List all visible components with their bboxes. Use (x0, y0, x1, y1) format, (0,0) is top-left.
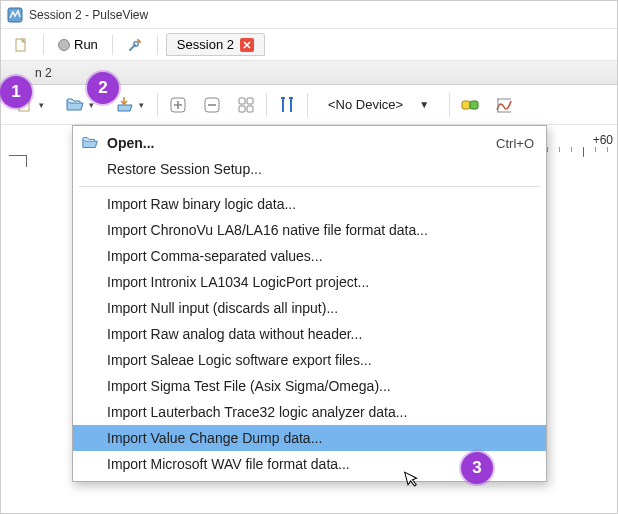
zoom-fit-icon (236, 95, 256, 115)
menu-item[interactable]: Import Sigma Test File (Asix Sigma/Omega… (73, 373, 546, 399)
svg-rect-7 (247, 98, 253, 104)
math-button[interactable] (490, 91, 518, 119)
zoom-in-icon (168, 95, 188, 115)
menu-item[interactable]: Import Null input (discards all input)..… (73, 295, 546, 321)
channel-rail (1, 155, 41, 173)
menu-item[interactable]: Import Lauterbach Trace32 logic analyzer… (73, 399, 546, 425)
menu-item-label: Import Lauterbach Trace32 logic analyzer… (103, 404, 534, 420)
canvas-area[interactable]: ms +60 Open...Ctrl+ORestore Session Setu… (1, 125, 617, 513)
separator (112, 35, 113, 55)
menu-item-label: Open... (103, 135, 496, 151)
menu-item[interactable]: Restore Session Setup... (73, 156, 546, 182)
annotation-badge-2: 2 (87, 72, 119, 104)
menu-item-label: Import Sigma Test File (Asix Sigma/Omega… (103, 378, 534, 394)
menu-item[interactable]: Open...Ctrl+O (73, 130, 546, 156)
ruler-right-label: +60 (593, 133, 613, 147)
menu-item-label: Restore Session Setup... (103, 161, 534, 177)
menu-item-label: Import Null input (discards all input)..… (103, 300, 534, 316)
separator (449, 93, 450, 117)
menu-item-label: Import ChronoVu LA8/LA16 native file for… (103, 222, 534, 238)
device-label: <No Device> (328, 97, 403, 112)
menu-item-label: Import Raw binary logic data... (103, 196, 534, 212)
svg-rect-9 (247, 106, 253, 112)
menu-item-label: Import Raw analog data without header... (103, 326, 534, 342)
zoom-out-button[interactable] (198, 91, 226, 119)
close-tab-button[interactable] (240, 38, 254, 52)
run-label: Run (74, 37, 98, 52)
separator (43, 35, 44, 55)
cursors-icon (277, 95, 297, 115)
window-title: Session 2 - PulseView (29, 8, 148, 22)
close-icon (243, 41, 251, 49)
tab-label: Session 2 (177, 37, 234, 52)
svg-point-2 (134, 41, 138, 45)
svg-rect-11 (470, 101, 478, 109)
separator (157, 93, 158, 117)
device-selector[interactable]: <No Device> ▼ (320, 95, 437, 114)
menu-item[interactable]: Import Saleae Logic software export file… (73, 347, 546, 373)
document-icon (13, 37, 29, 53)
folder-open-icon (65, 95, 85, 115)
math-icon (494, 95, 514, 115)
chevron-down-icon: ▼ (419, 99, 429, 110)
channels-button[interactable] (456, 91, 484, 119)
open-menu: Open...Ctrl+ORestore Session Setup...Imp… (72, 125, 547, 482)
menu-item-label: Import Saleae Logic software export file… (103, 352, 534, 368)
session-header-label: n 2 (35, 66, 52, 80)
menu-item-label: Import Comma-separated values... (103, 248, 534, 264)
tools-icon (127, 37, 143, 53)
cursors-button[interactable] (273, 91, 301, 119)
folder-icon (77, 134, 103, 152)
annotation-badge-1: 1 (0, 76, 32, 108)
separator (307, 93, 308, 117)
menu-separator (79, 186, 540, 187)
menu-item-label: Import Value Change Dump data... (103, 430, 534, 446)
annotation-badge-3: 3 (461, 452, 493, 484)
run-button[interactable]: Run (52, 35, 104, 54)
menu-item-label: Import Intronix LA1034 LogicPort project… (103, 274, 534, 290)
channels-icon (460, 95, 480, 115)
session-tab[interactable]: Session 2 (166, 33, 265, 56)
menu-item[interactable]: Import Value Change Dump data... (73, 425, 546, 451)
run-indicator-icon (58, 39, 70, 51)
zoom-fit-button[interactable] (232, 91, 260, 119)
new-doc-button[interactable] (7, 35, 35, 55)
menu-item[interactable]: Import Comma-separated values... (73, 243, 546, 269)
menu-item[interactable]: Import ChronoVu LA8/LA16 native file for… (73, 217, 546, 243)
svg-rect-10 (462, 101, 470, 109)
app-icon (7, 7, 23, 23)
separator (157, 35, 158, 55)
menu-item[interactable]: Import Raw analog data without header... (73, 321, 546, 347)
zoom-in-button[interactable] (164, 91, 192, 119)
menu-item[interactable]: Import Raw binary logic data... (73, 191, 546, 217)
tools-button[interactable] (121, 35, 149, 55)
svg-rect-6 (239, 98, 245, 104)
menu-item[interactable]: Import Intronix LA1034 LogicPort project… (73, 269, 546, 295)
save-as-icon (115, 95, 135, 115)
main-toolbar: Run Session 2 (1, 29, 617, 61)
separator (266, 93, 267, 117)
zoom-out-icon (202, 95, 222, 115)
svg-rect-8 (239, 106, 245, 112)
title-bar: Session 2 - PulseView (1, 1, 617, 29)
menu-item-accelerator: Ctrl+O (496, 136, 534, 151)
